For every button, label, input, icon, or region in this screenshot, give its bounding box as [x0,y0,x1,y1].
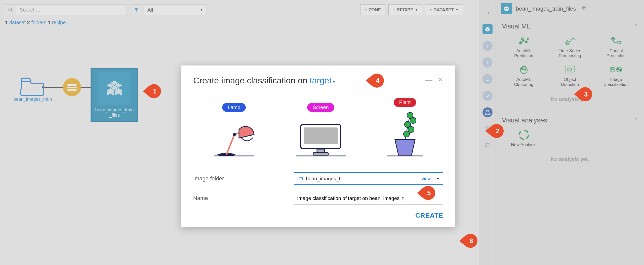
svg-rect-57 [313,153,328,155]
image-folder-label: Image folder [193,175,294,182]
svg-rect-30 [521,38,524,40]
image-folder-select[interactable]: bean_images_tr… – view ▼ [294,172,443,185]
svg-point-29 [527,38,529,40]
callout-2: 2 [490,124,504,138]
flow-node-label: bean_images_train_files [95,107,134,118]
visual-analyses-header[interactable]: Visual analyses ⌃ [502,116,638,124]
folder-icon [297,176,303,182]
chevron-down-icon: ▼ [200,8,203,12]
visual-ml-header[interactable]: Visual ML ⌃ [502,22,638,30]
illustration-row: Lamp Screen Plant [193,98,443,157]
svg-rect-36 [617,41,621,44]
create-button[interactable]: CREATE [415,212,443,219]
add-zone-button[interactable]: + ZONE [360,4,385,15]
no-analysis-message: No analysis yet. [502,156,638,162]
list-icon[interactable] [482,74,493,84]
svg-rect-56 [317,149,325,153]
svg-line-1 [11,11,13,12]
chevron-down-icon: ▾ [332,79,335,84]
chevron-down-icon: ▼ [436,177,440,181]
time-series-item[interactable]: Time Series Forecasting [548,35,592,58]
create-image-classification-modal: Create image classification on target ▾ … [181,65,455,227]
filter-value: All [147,7,153,13]
svg-rect-24 [583,7,586,10]
svg-point-0 [9,8,12,11]
chevron-up-icon: ⌃ [633,23,638,30]
dataset-chip-icon[interactable] [482,24,493,34]
flow-node-label: bean_images_train [13,97,52,102]
lab-icon[interactable] [482,107,493,117]
svg-point-52 [233,133,236,136]
search-input[interactable] [16,4,127,15]
automl-clustering-item[interactable]: AutoML Clustering [502,63,546,87]
visual-analyses-section: Visual analyses ⌃ New Analysis No analys… [496,112,644,172]
close-icon[interactable]: ✕ [437,76,443,84]
filter-dropdown[interactable]: All ▼ [144,4,207,15]
chevron-down-icon: ▼ [415,8,418,12]
image-folder-value: bean_images_tr… [306,176,347,182]
add-dataset-button[interactable]: + DATASET▼ [425,4,463,15]
target-dropdown[interactable]: target [310,76,332,85]
svg-point-35 [613,38,614,39]
svg-point-64 [404,131,410,137]
chip-plant: Plant [394,98,416,107]
callout-3: 3 [578,87,592,101]
svg-rect-25 [582,7,585,9]
no-analysis-message: No analysis yet. [502,96,638,102]
svg-point-47 [619,69,621,71]
svg-point-46 [617,68,619,70]
svg-rect-2 [67,84,77,86]
callout-5: 5 [421,186,435,200]
flow-node-recipe[interactable] [63,78,81,96]
view-link[interactable]: – view [418,176,431,181]
collapse-panel-icon[interactable]: → [482,8,493,18]
svg-rect-17 [486,79,489,79]
add-icon[interactable]: ＋ [482,41,493,51]
flow-node-dataset-selected[interactable]: bean_images_train_files [91,68,138,122]
flow-canvas[interactable]: bean_images_train [5,63,181,139]
svg-rect-18 [486,80,489,81]
svg-marker-9 [107,88,110,95]
name-label: Name [193,195,294,202]
copy-icon[interactable] [582,6,587,12]
chip-lamp: Lamp [222,103,246,112]
svg-rect-44 [612,68,614,70]
flow-counts: 1 dataset 2 folders 1 recipe [5,20,66,25]
svg-rect-16 [486,78,489,78]
svg-point-39 [525,69,526,70]
add-recipe-button[interactable]: + RECIPE▼ [388,4,422,15]
svg-point-63 [408,126,414,132]
svg-rect-55 [304,127,338,144]
svg-point-61 [410,117,416,123]
check-icon[interactable] [482,91,493,101]
svg-point-26 [519,42,522,44]
svg-line-33 [567,44,568,44]
new-analysis-item[interactable]: New Analysis [502,129,546,147]
modal-title: Create image classification on target ▾ [193,76,335,85]
object-detection-item[interactable]: Object Detection [548,63,592,87]
svg-rect-42 [568,68,571,71]
svg-rect-3 [67,87,77,88]
flow-node-folder[interactable]: bean_images_train [10,76,55,102]
info-icon[interactable]: i [482,57,493,68]
causal-prediction-item[interactable]: Causal Prediction [594,35,638,58]
callout-4: 4 [370,74,384,88]
discussion-icon[interactable] [482,141,493,151]
svg-marker-13 [485,27,490,29]
callout-6: 6 [463,234,477,248]
minimize-icon[interactable]: — [425,76,432,84]
automl-prediction-item[interactable]: AutoML Prediction [502,35,546,58]
svg-rect-4 [67,89,77,91]
search-icon[interactable] [5,4,16,15]
chevron-down-icon: ▼ [456,8,459,12]
callout-1: 1 [147,84,161,98]
filter-icon[interactable] [131,4,142,15]
right-panel: bean_images_train_files Visual ML ⌃ Auto… [496,0,644,265]
image-classification-item[interactable]: Image Classification [594,63,638,87]
visual-ml-section: Visual ML ⌃ AutoML Prediction Time Serie… [496,18,644,112]
chip-screen: Screen [307,103,334,112]
dataset-badge-icon [501,3,512,14]
svg-point-37 [520,67,527,74]
svg-line-50 [226,135,234,155]
svg-point-38 [521,68,523,70]
